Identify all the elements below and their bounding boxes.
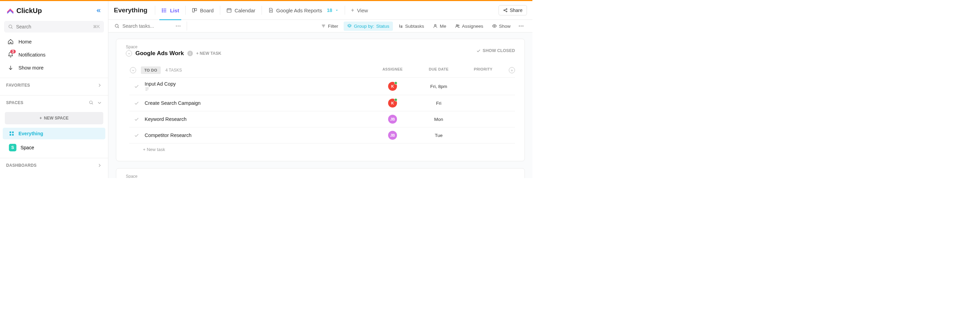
layers-icon: [347, 24, 352, 29]
collapse-status-icon[interactable]: [130, 67, 136, 73]
eye-icon: [492, 24, 497, 29]
me-button[interactable]: Me: [430, 22, 450, 31]
doc-icon: [268, 8, 274, 13]
share-button[interactable]: Share: [498, 5, 527, 15]
status-pill[interactable]: TO DO: [141, 66, 161, 74]
task-title[interactable]: Create Search Campaign: [145, 100, 372, 106]
separator: [187, 22, 187, 30]
favorites-header[interactable]: FAVORITES: [0, 78, 108, 92]
assignee-avatar[interactable]: JB: [388, 131, 397, 140]
collapse-block-icon[interactable]: [126, 50, 132, 56]
task-title[interactable]: Input Ad Copy: [145, 81, 372, 91]
show-closed-label: SHOW CLOSED: [483, 178, 515, 178]
show-button[interactable]: Show: [488, 22, 514, 31]
tab-list-label: List: [170, 8, 179, 13]
search-icon: [8, 24, 13, 29]
groupby-label: Group by:: [354, 24, 374, 29]
spaces-label: SPACES: [6, 100, 23, 105]
nav-showmore[interactable]: Show more: [0, 61, 108, 74]
add-view-label: View: [357, 8, 368, 13]
svg-point-11: [162, 8, 163, 9]
svg-point-39: [458, 25, 459, 26]
assignee-avatar[interactable]: K: [388, 99, 397, 107]
caret-down-icon: [335, 8, 339, 12]
new-space-button[interactable]: + NEW SPACE: [5, 112, 103, 124]
person-icon: [433, 24, 438, 29]
svg-point-42: [521, 26, 522, 27]
new-task-row[interactable]: + New task: [129, 143, 515, 155]
search-input[interactable]: ⌘K: [4, 21, 104, 32]
show-closed-button[interactable]: SHOW CLOSED: [476, 48, 515, 53]
svg-rect-4: [10, 131, 11, 133]
tab-calendar[interactable]: Calendar: [221, 1, 260, 20]
dashboards-header[interactable]: DASHBOARDS: [0, 158, 108, 172]
task-row[interactable]: Competitor ResearchJBTue: [129, 127, 515, 143]
add-column-button[interactable]: +: [509, 67, 515, 73]
task-row[interactable]: Keyword ResearchJBMon: [129, 111, 515, 127]
page-title: Everything: [114, 6, 154, 14]
col-due: DUE DATE: [420, 67, 458, 73]
favorites-label: FAVORITES: [6, 83, 30, 88]
col-assignee: ASSIGNEE: [372, 67, 413, 73]
svg-point-31: [180, 26, 181, 27]
people-icon: [455, 24, 460, 29]
spaces-header: SPACES: [0, 95, 108, 109]
assignees-label: Assignees: [462, 24, 483, 29]
check-icon[interactable]: [134, 84, 139, 89]
show-closed-button[interactable]: SHOW CLOSED: [476, 178, 515, 178]
brand-logo[interactable]: ClickUp: [6, 6, 42, 15]
check-icon[interactable]: [134, 117, 139, 122]
task-title[interactable]: Keyword Research: [145, 117, 372, 122]
sidebar-item-everything[interactable]: Everything: [3, 128, 105, 139]
groupby-value: Status: [376, 24, 389, 29]
collapse-sidebar-button[interactable]: [95, 7, 102, 14]
tab-list[interactable]: List: [157, 1, 184, 20]
tab-doc[interactable]: Google Ads Reports 18: [263, 1, 343, 20]
tab-board[interactable]: Board: [187, 1, 218, 20]
groupby-button[interactable]: Group by: Status: [344, 22, 393, 31]
topbar: Everything List Board Calendar: [108, 1, 532, 20]
block-title[interactable]: Google Ads Work: [135, 50, 184, 57]
space-label: Space: [126, 174, 473, 178]
check-icon[interactable]: [134, 133, 139, 138]
due-date[interactable]: Fri, 8pm: [420, 84, 458, 89]
svg-point-37: [434, 24, 436, 26]
filter-button[interactable]: Filter: [318, 22, 342, 31]
svg-rect-16: [227, 8, 231, 12]
nav-home[interactable]: Home: [0, 35, 108, 48]
task-row[interactable]: Input Ad CopyKFri, 8pm: [129, 77, 515, 95]
filter-icon: [321, 24, 326, 29]
task-row[interactable]: Create Search CampaignKFri: [129, 95, 515, 111]
due-date[interactable]: Mon: [420, 117, 458, 122]
task-title[interactable]: Competitor Research: [145, 133, 372, 138]
assignee-avatar[interactable]: K: [388, 82, 397, 91]
svg-rect-7: [12, 134, 14, 136]
svg-point-41: [519, 26, 520, 27]
calendar-icon: [226, 8, 232, 13]
assignees-button[interactable]: Assignees: [452, 22, 487, 31]
new-task-link[interactable]: + NEW TASK: [196, 51, 221, 56]
subtasks-button[interactable]: Subtasks: [395, 22, 428, 31]
search-field[interactable]: [16, 24, 90, 29]
check-icon[interactable]: [134, 101, 139, 106]
chevron-down-icon[interactable]: [97, 100, 102, 105]
sidebar-item-space[interactable]: S Space: [3, 141, 105, 155]
more-icon[interactable]: [175, 23, 181, 29]
info-icon[interactable]: i: [188, 51, 193, 56]
spaces-search-icon[interactable]: [89, 100, 94, 105]
nav-notifications[interactable]: 3 Notifications: [0, 48, 108, 61]
due-date[interactable]: Tue: [420, 133, 458, 138]
nav-showmore-label: Show more: [19, 65, 43, 70]
separator: [155, 6, 155, 15]
space-label: Space: [126, 45, 473, 49]
show-label: Show: [499, 24, 511, 29]
task-search-input[interactable]: [123, 23, 170, 29]
due-date[interactable]: Fri: [420, 101, 458, 106]
add-view-button[interactable]: + View: [346, 1, 373, 20]
assignee-avatar[interactable]: JB: [388, 115, 397, 124]
svg-rect-14: [192, 8, 194, 12]
brand-name: ClickUp: [16, 7, 42, 15]
chevron-right-icon: [97, 83, 102, 88]
more-icon[interactable]: [516, 23, 526, 29]
svg-line-3: [92, 104, 93, 104]
